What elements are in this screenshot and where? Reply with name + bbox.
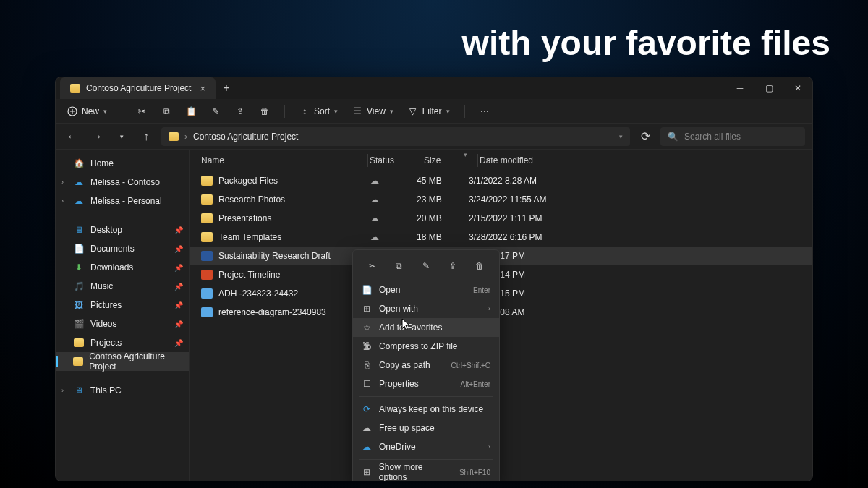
sidebar-item-videos[interactable]: 🎬Videos📌: [56, 314, 189, 333]
rename-button[interactable]: ✎: [417, 257, 435, 275]
star-icon: ☆: [362, 322, 372, 333]
cloud-icon: ☁: [73, 176, 85, 188]
sidebar-label: Melissa - Personal: [90, 196, 162, 206]
music-icon: 🎵: [73, 281, 85, 292]
chevron-down-icon: ▾: [390, 108, 393, 115]
table-row[interactable]: Project Timeline/2022 1:14 PM: [190, 265, 812, 284]
rename-button[interactable]: ✎: [208, 104, 224, 119]
table-row[interactable]: Team Templates☁18 MB3/28/2022 6:16 PM: [190, 228, 812, 247]
sidebar-item-music[interactable]: 🎵Music📌: [56, 277, 189, 296]
filter-label: Filter: [422, 106, 442, 116]
file-status: ☁: [366, 194, 417, 205]
table-row[interactable]: Packaged Files☁45 MB3/1/2022 8:28 AM: [190, 171, 812, 190]
filter-button[interactable]: ▽ Filter ▾: [405, 104, 453, 119]
file-size: 20 MB: [417, 213, 469, 223]
recent-button[interactable]: ▾: [112, 127, 131, 146]
file-name: Presentations: [218, 213, 271, 223]
new-tab-button[interactable]: +: [216, 82, 237, 95]
sidebar-item-pictures[interactable]: 🖼Pictures📌: [56, 296, 189, 314]
pin-icon: 📌: [174, 283, 183, 291]
close-button[interactable]: ✕: [783, 77, 812, 99]
file-name: Packaged Files: [218, 176, 278, 186]
desktop-icon: 🖥: [73, 224, 85, 236]
overlay-caption: with your favorite files: [462, 23, 830, 63]
breadcrumb-segment[interactable]: Contoso Agriculture Project: [193, 132, 298, 142]
table-row[interactable]: Sustainability Research Draft/2022 3:17 …: [190, 247, 812, 265]
paste-button[interactable]: 📋: [183, 104, 199, 119]
context-item-compress[interactable]: 🗜Compress to ZIP file: [353, 337, 499, 356]
file-status: ☁: [366, 213, 417, 223]
context-item-open[interactable]: 📄OpenEnter: [353, 281, 499, 299]
delete-button[interactable]: 🗑: [257, 104, 273, 119]
search-input[interactable]: 🔍 Search all files: [660, 127, 805, 146]
copy-button[interactable]: ⧉: [158, 104, 174, 119]
context-item-always-keep[interactable]: ⟳Always keep on this device: [353, 400, 499, 419]
minimize-button[interactable]: ─: [726, 77, 754, 99]
ppt-icon: [201, 270, 213, 280]
refresh-button[interactable]: ⟳: [636, 127, 655, 146]
table-row[interactable]: reference-diagram-2340983/2022 8:08 AM: [190, 303, 812, 322]
sidebar-item-downloads[interactable]: ⬇Downloads📌: [56, 258, 189, 277]
sort-button[interactable]: ↕ Sort ▾: [297, 104, 341, 119]
table-row[interactable]: ADH -234823-24432/2022 3:15 PM: [190, 284, 812, 303]
search-icon: 🔍: [668, 132, 678, 142]
file-size: 45 MB: [417, 176, 469, 186]
folder-icon: [73, 337, 85, 348]
column-header-status[interactable]: Status: [370, 155, 420, 166]
view-button[interactable]: ☰ View ▾: [349, 104, 396, 119]
context-item-properties[interactable]: ☐PropertiesAlt+Enter: [353, 374, 499, 393]
sidebar-label: Documents: [90, 244, 135, 254]
sidebar-item-documents[interactable]: 📄Documents📌: [56, 239, 189, 258]
sidebar-item-projects[interactable]: Projects📌: [56, 333, 189, 352]
cloud-icon: ☁: [73, 195, 85, 207]
sidebar-item-desktop[interactable]: 🖥Desktop📌: [56, 221, 189, 239]
cut-button[interactable]: ✂: [364, 257, 381, 275]
forward-button[interactable]: →: [88, 127, 106, 146]
delete-button[interactable]: 🗑: [471, 257, 488, 275]
videos-icon: 🎬: [73, 318, 85, 330]
column-header-name[interactable]: Name: [201, 155, 366, 166]
cut-button[interactable]: ✂: [134, 104, 150, 119]
breadcrumb[interactable]: › Contoso Agriculture Project ▾: [161, 127, 630, 146]
tab-close-button[interactable]: ×: [197, 83, 208, 94]
pin-icon: 📌: [174, 301, 183, 309]
sidebar-item-onedrive-contoso[interactable]: ›☁Melissa - Contoso: [56, 173, 189, 192]
sidebar-item-onedrive-personal[interactable]: ›☁Melissa - Personal: [56, 192, 189, 210]
chevron-down-icon: ▾: [446, 108, 450, 115]
chevron-down-icon[interactable]: ▾: [619, 133, 623, 140]
window-tab[interactable]: Contoso Agriculture Project ×: [60, 77, 216, 99]
up-button[interactable]: ↑: [137, 127, 156, 146]
context-item-add-favorites[interactable]: ☆Add to Favorites: [353, 318, 499, 337]
back-button[interactable]: ←: [63, 127, 82, 146]
file-list-pane: Name Status Size▾ Date modified Packaged…: [189, 150, 812, 481]
chevron-down-icon: ▾: [103, 108, 107, 115]
sidebar-item-this-pc[interactable]: ›🖥This PC: [56, 381, 189, 400]
context-label: Open: [379, 285, 400, 295]
context-item-free-up[interactable]: ☁Free up space: [353, 419, 499, 437]
folder-icon: [201, 176, 213, 186]
more-button[interactable]: ⋯: [477, 104, 493, 119]
context-item-onedrive[interactable]: ☁OneDrive›: [353, 437, 499, 456]
share-button[interactable]: ⇪: [232, 104, 248, 119]
column-header-date[interactable]: Date modified: [480, 155, 624, 166]
context-item-show-more[interactable]: ⊞Show more optionsShift+F10: [353, 463, 499, 481]
chevron-right-icon[interactable]: ›: [61, 179, 64, 186]
separator: [359, 396, 493, 397]
separator: [464, 105, 465, 118]
file-size: 18 MB: [417, 232, 469, 242]
sidebar-item-home[interactable]: 🏠Home: [56, 154, 189, 173]
chevron-right-icon[interactable]: ›: [61, 387, 64, 394]
table-row[interactable]: Presentations☁20 MB2/15/2022 1:11 PM: [190, 209, 812, 228]
context-item-copy-path[interactable]: ⎘Copy as pathCtrl+Shift+C: [353, 356, 499, 374]
context-item-open-with[interactable]: ⊞Open with›: [353, 299, 499, 318]
maximize-button[interactable]: ▢: [754, 77, 783, 99]
path-icon: ⎘: [362, 360, 372, 370]
copy-button[interactable]: ⧉: [391, 257, 408, 275]
share-button[interactable]: ⇪: [444, 257, 461, 275]
chevron-right-icon[interactable]: ›: [61, 197, 64, 205]
table-row[interactable]: Research Photos☁23 MB3/24/2022 11:55 AM: [190, 190, 812, 209]
sidebar-item-contoso-project[interactable]: Contoso Agriculture Project: [56, 352, 189, 371]
column-header-size[interactable]: Size▾: [424, 155, 476, 166]
sort-icon: ↕: [299, 106, 310, 116]
new-button[interactable]: New ▾: [64, 104, 110, 119]
